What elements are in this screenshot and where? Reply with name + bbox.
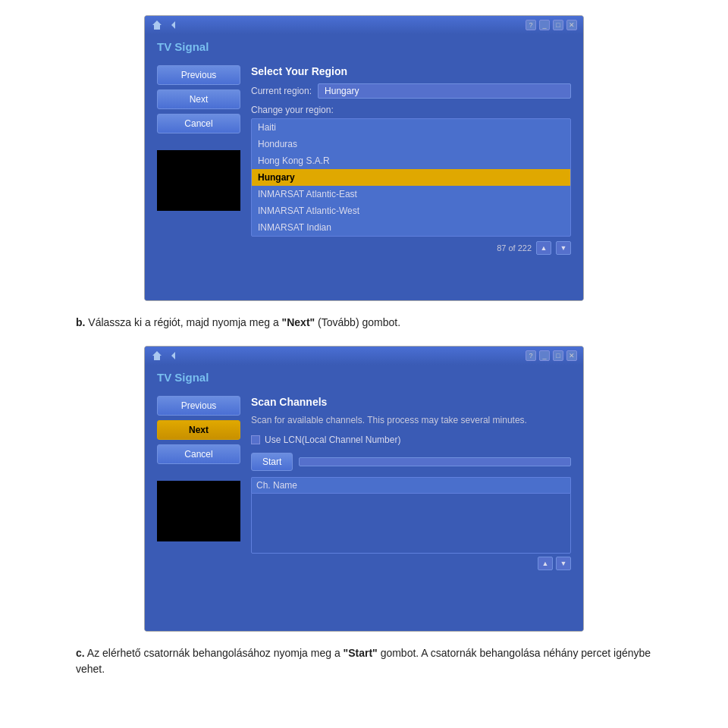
previous-button-1[interactable]: Previous [157,65,240,85]
home-icon [151,19,163,31]
page-down-btn-2[interactable]: ▼ [556,557,571,570]
channel-list [251,493,571,554]
restore-btn[interactable]: □ [553,20,563,30]
question-btn[interactable]: ? [526,20,536,30]
back-icon [168,19,180,31]
previous-button-2[interactable]: Previous [157,396,240,416]
region-item[interactable]: INMARSAT Atlantic-East [252,186,570,202]
close-btn[interactable]: ✕ [566,20,577,30]
svg-marker-1 [171,21,175,29]
start-bold: "Start" [344,647,378,659]
cancel-button-2[interactable]: Cancel [157,444,240,464]
caption-b: b. Válassza ki a régiót, majd nyomja meg… [76,315,652,331]
ch-name-header: Ch. Name [251,477,571,493]
svg-marker-3 [171,352,175,359]
caption-c-text: Az elérhető csatornák behangolásához nyo… [76,647,651,675]
restore-btn-2[interactable]: □ [553,350,563,361]
title-bar-left [151,19,180,31]
region-item[interactable]: INMARSAT Atlantic-West [252,202,570,219]
minimize-btn[interactable]: _ [539,20,550,30]
start-button[interactable]: Start [251,453,293,471]
page-up-btn[interactable]: ▲ [536,241,551,255]
region-item[interactable]: Hong Kong S.A.R [252,152,570,169]
region-item[interactable]: Honduras [252,136,570,152]
svg-marker-2 [152,351,162,360]
panel-title-2: Scan Channels [251,396,571,408]
preview-box-2 [157,481,240,541]
next-button-2[interactable]: Next [157,420,240,440]
title-bar-controls: ? _ □ ✕ [526,20,577,30]
window-title-1: TV Signal [145,34,583,58]
pagination-row-2: ▲ ▼ [251,557,571,570]
pagination-row: 87 of 222 ▲ ▼ [251,241,571,255]
screenshot-1: ? _ □ ✕ TV Signal Previous Next Cancel S… [144,15,584,301]
page-down-btn[interactable]: ▼ [556,241,571,255]
home-icon-2 [151,350,163,362]
scan-panel: Scan Channels Scan for available channel… [251,396,571,619]
scan-description: Scan for available channels. This proces… [251,414,571,427]
region-item[interactable]: Haiti [252,119,570,136]
back-icon-2 [168,350,180,362]
sidebar-2: Previous Next Cancel [157,396,240,619]
region-panel: Select Your Region Current region: Hunga… [251,65,571,288]
window-content-2: Previous Next Cancel Scan Channels Scan … [145,388,583,631]
title-bar-1: ? _ □ ✕ [145,16,583,34]
title-bar-2: ? _ □ ✕ [145,347,583,365]
screenshot-2: ? _ □ ✕ TV Signal Previous Next Cancel S… [144,346,584,632]
close-btn-2[interactable]: ✕ [566,350,577,361]
caption-c: c. Az elérhető csatornák behangolásához … [76,645,652,677]
lcn-label: Use LCN(Local Channel Number) [265,435,400,445]
progress-bar [299,457,571,466]
region-list: HaitiHondurasHong Kong S.A.RHungaryINMAR… [251,118,571,237]
panel-title-1: Select Your Region [251,65,571,77]
page-info: 87 of 222 [497,243,532,253]
title-bar-left-2 [151,350,180,362]
question-btn-2[interactable]: ? [526,350,536,361]
window-content-1: Previous Next Cancel Select Your Region … [145,58,583,300]
region-item[interactable]: INMARSAT Indian [252,219,570,236]
caption-b-text: Válassza ki a régiót, majd nyomja meg a … [88,316,400,328]
current-region-label: Current region: [251,86,312,96]
svg-marker-0 [152,20,162,30]
lcn-row: Use LCN(Local Channel Number) [251,435,571,445]
page-up-btn-2[interactable]: ▲ [538,557,553,570]
change-region-label: Change your region: [251,105,571,115]
next-bold: "Next" [282,316,315,328]
title-bar-controls-2: ? _ □ ✕ [526,350,577,361]
minimize-btn-2[interactable]: _ [539,350,550,361]
window-title-2: TV Signal [145,365,583,388]
preview-box-1 [157,150,240,211]
current-region-value: Hungary [318,83,571,99]
next-button-1[interactable]: Next [157,89,240,109]
cancel-button-1[interactable]: Cancel [157,114,240,133]
region-item[interactable]: Hungary [252,169,570,186]
lcn-checkbox[interactable] [251,435,260,444]
start-row: Start [251,453,571,471]
current-region-row: Current region: Hungary [251,83,571,99]
sidebar-1: Previous Next Cancel [157,65,240,288]
